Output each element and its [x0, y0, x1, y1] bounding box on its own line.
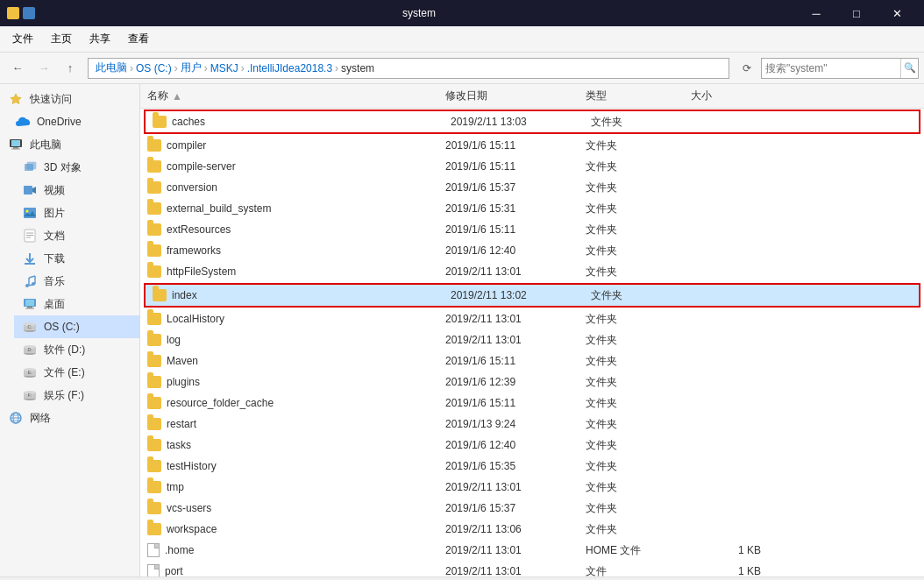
file-name-cell: compile-server	[147, 160, 445, 173]
drive-d-icon: D:	[21, 341, 39, 358]
file-name-cell: frameworks	[147, 244, 445, 257]
folder-icon	[147, 418, 161, 430]
file-name-text: plugins	[167, 376, 200, 388]
file-row[interactable]: frameworks2019/1/6 12:40文件夹	[140, 240, 924, 261]
file-row[interactable]: index2019/2/11 13:02文件夹	[146, 285, 919, 306]
file-row[interactable]: port2019/2/11 13:01文件1 KB	[140, 561, 924, 576]
file-row[interactable]: tasks2019/1/6 12:40文件夹	[140, 435, 924, 456]
menu-view[interactable]: 查看	[119, 28, 158, 50]
sort-arrow: ▲	[172, 90, 182, 103]
file-row[interactable]: compile-server2019/1/6 15:11文件夹	[140, 156, 924, 177]
file-name-text: index	[172, 289, 197, 301]
folder-icon	[147, 355, 161, 367]
breadcrumb-c[interactable]: OS (C:)	[136, 62, 172, 74]
sidebar-item-desktop[interactable]: 桌面	[14, 293, 139, 315]
menu-file[interactable]: 文件	[4, 28, 42, 50]
search-button[interactable]: 🔍	[900, 59, 918, 78]
breadcrumb-pc[interactable]: 此电脑	[96, 60, 127, 75]
file-name-cell: log	[147, 334, 445, 346]
sidebar-item-video[interactable]: 视频	[14, 179, 139, 202]
file-type-cell: 文件夹	[586, 265, 691, 279]
file-size-cell: 1 KB	[691, 544, 761, 556]
file-row[interactable]: vcs-users2019/1/6 15:37文件夹	[140, 498, 924, 519]
back-button[interactable]: ←	[5, 56, 30, 81]
maximize-button[interactable]: □	[836, 0, 877, 26]
file-type-cell: 文件夹	[586, 501, 691, 516]
file-date-cell: 2019/1/6 15:37	[445, 181, 586, 194]
col-name-header[interactable]: 名称 ▲	[147, 88, 445, 103]
file-type-cell: 文件夹	[586, 202, 691, 216]
svg-text:D:: D:	[28, 347, 32, 352]
sidebar-item-ose[interactable]: E: 文件 (E:)	[14, 361, 139, 384]
file-row[interactable]: .home2019/2/11 13:01HOME 文件1 KB	[140, 540, 924, 561]
network-label: 网络	[30, 411, 51, 426]
file-icon	[147, 564, 160, 576]
sidebar-item-images[interactable]: 图片	[14, 202, 139, 224]
title-bar: system ─ □ ✕	[0, 0, 924, 26]
sidebar-item-onedrive[interactable]: OneDrive	[7, 110, 139, 133]
sidebar-item-docs[interactable]: 文档	[14, 224, 139, 247]
sidebar-item-osc[interactable]: C: OS (C:)	[14, 315, 139, 338]
cloud-icon	[14, 113, 32, 131]
file-row[interactable]: resource_folder_cache2019/1/6 15:11文件夹	[140, 393, 924, 414]
sidebar: 快速访问 OneDrive 此电脑 3D 对象 视频	[0, 84, 140, 576]
desktop-icon	[21, 295, 39, 313]
file-row[interactable]: restart2019/1/13 9:24文件夹	[140, 414, 924, 435]
sidebar-item-quickaccess[interactable]: 快速访问	[0, 88, 139, 110]
sidebar-item-music[interactable]: 音乐	[14, 270, 139, 293]
file-date-cell: 2019/2/11 13:02	[451, 289, 591, 301]
file-date-cell: 2019/2/11 13:06	[445, 523, 586, 535]
svg-rect-4	[11, 149, 20, 150]
file-name-cell: workspace	[147, 523, 445, 535]
content-area: 名称 ▲ 修改日期 类型 大小 caches2019/2/11 13:03文件夹…	[140, 84, 924, 576]
file-row[interactable]: external_build_system2019/1/6 15:31文件夹	[140, 198, 924, 219]
file-row[interactable]: tmp2019/2/11 13:01文件夹	[140, 477, 924, 498]
highlight-wrapper: index2019/2/11 13:02文件夹	[144, 283, 920, 308]
ose-label: 文件 (E:)	[44, 365, 85, 380]
file-type-cell: 文件夹	[586, 138, 691, 153]
file-row[interactable]: workspace2019/2/11 13:06文件夹	[140, 519, 924, 540]
menu-share[interactable]: 共享	[81, 28, 119, 50]
minimize-button[interactable]: ─	[796, 0, 836, 26]
folder-icon	[147, 376, 161, 388]
refresh-button[interactable]: ⟳	[735, 56, 759, 81]
3d-label: 3D 对象	[44, 160, 82, 175]
file-type-cell: 文件夹	[586, 312, 691, 327]
up-button[interactable]: ↑	[58, 56, 82, 81]
sidebar-item-osd[interactable]: D: 软件 (D:)	[14, 338, 139, 361]
status-bar: https://blog.csdn.net/SuperstarSteven	[0, 576, 924, 580]
file-row[interactable]: testHistory2019/1/6 15:35文件夹	[140, 456, 924, 477]
file-name-cell: vcs-users	[147, 502, 445, 514]
breadcrumb-idea[interactable]: .IntelliJIdea2018.3	[247, 62, 332, 74]
file-row[interactable]: compiler2019/1/6 15:11文件夹	[140, 135, 924, 156]
file-row[interactable]: extResources2019/1/6 15:11文件夹	[140, 219, 924, 240]
file-date-cell: 2019/2/11 13:01	[445, 265, 586, 278]
file-name-text: LocalHistory	[167, 313, 224, 325]
sidebar-item-thispc[interactable]: 此电脑	[0, 133, 139, 156]
sidebar-item-osf[interactable]: F: 娱乐 (F:)	[14, 384, 139, 407]
forward-button[interactable]: →	[32, 56, 56, 81]
file-row[interactable]: plugins2019/1/6 12:39文件夹	[140, 371, 924, 393]
file-name-text: frameworks	[167, 244, 221, 257]
sidebar-item-network[interactable]: 网络	[0, 407, 139, 429]
file-row[interactable]: httpFileSystem2019/2/11 13:01文件夹	[140, 261, 924, 282]
file-row[interactable]: Maven2019/1/6 15:11文件夹	[140, 350, 924, 371]
file-name-cell: caches	[153, 116, 451, 128]
file-row[interactable]: caches2019/2/11 13:03文件夹	[146, 111, 919, 132]
breadcrumb-mskj[interactable]: MSKJ	[210, 62, 238, 74]
quickaccess-label: 快速访问	[30, 92, 72, 107]
breadcrumb-system: system	[341, 62, 374, 74]
folder-icon	[147, 139, 161, 152]
sidebar-item-downloads[interactable]: 下载	[14, 247, 139, 270]
3d-icon	[21, 159, 39, 176]
search-input[interactable]	[762, 62, 900, 74]
sidebar-item-3d[interactable]: 3D 对象	[14, 156, 139, 179]
breadcrumb-user[interactable]: 用户	[181, 60, 202, 75]
file-name-text: vcs-users	[167, 502, 211, 514]
file-row[interactable]: log2019/2/11 13:01文件夹	[140, 329, 924, 350]
video-icon	[21, 181, 39, 199]
file-row[interactable]: LocalHistory2019/2/11 13:01文件夹	[140, 308, 924, 329]
file-row[interactable]: conversion2019/1/6 15:37文件夹	[140, 177, 924, 198]
menu-home[interactable]: 主页	[42, 28, 81, 50]
close-button[interactable]: ✕	[877, 0, 917, 26]
